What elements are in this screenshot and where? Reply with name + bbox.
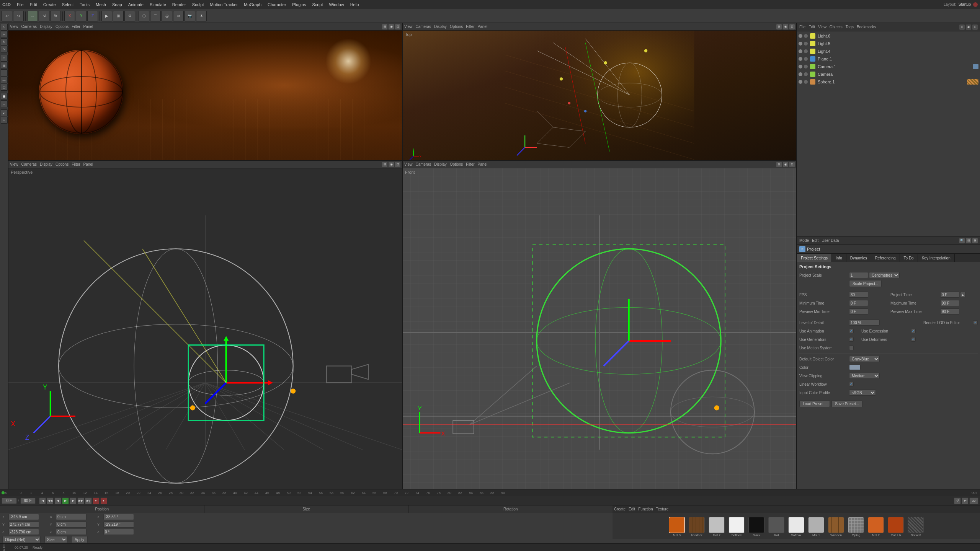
prev-max-input[interactable]	[940, 308, 959, 315]
vp-menu-options[interactable]: Options	[56, 24, 69, 29]
obj-item-camera-1[interactable]: Camera.1	[797, 63, 980, 70]
render-settings[interactable]: ⚙	[124, 11, 135, 21]
menu-item-mograph[interactable]: MoGraph	[242, 2, 263, 8]
menu-item-help[interactable]: Help	[349, 2, 361, 8]
project-scale-unit[interactable]: Centimetres Metres Millimetres	[869, 272, 900, 278]
render-lod-checkbox[interactable]	[973, 320, 978, 325]
obj-vis-1[interactable]	[799, 80, 802, 84]
linear-checkbox[interactable]	[849, 382, 854, 386]
material-item-softbox[interactable]: Softbox	[787, 517, 805, 537]
om-file[interactable]: File	[799, 25, 805, 29]
clip-dropdown[interactable]: Medium Small Large	[849, 373, 880, 379]
attr-icon-2[interactable]: ⊡	[966, 238, 971, 243]
menu-item-edit[interactable]: Edit	[28, 2, 39, 8]
move-tool-l[interactable]: ✛	[1, 31, 8, 38]
top-vp-icon-1[interactable]: ⊞	[776, 24, 782, 29]
psr-object-rel[interactable]: Object (Rel) World Local	[2, 536, 41, 543]
project-scale-input[interactable]	[849, 272, 868, 278]
project-time-input[interactable]	[940, 292, 959, 298]
menu-item-tools[interactable]: Tools	[78, 2, 91, 8]
persp-icon-2[interactable]: ◉	[389, 162, 394, 167]
menu-item-select[interactable]: Select	[60, 2, 75, 8]
render-region[interactable]: ⊞	[113, 11, 124, 21]
material-item-mat-1[interactable]: Mat.1	[807, 517, 825, 537]
obj-vis-2[interactable]	[804, 57, 808, 61]
play-btn[interactable]: ▶	[62, 497, 69, 504]
texture-mode[interactable]: ▦	[1, 62, 8, 69]
om-icon-3[interactable]: ⊡	[972, 24, 978, 30]
obj-vis-2[interactable]	[804, 49, 808, 53]
load-preset-btn[interactable]: Load Preset...	[799, 400, 830, 407]
menu-item-snap[interactable]: Snap	[111, 2, 124, 8]
obj-tag[interactable]	[973, 64, 978, 69]
paint-btn[interactable]: 🖌	[1, 109, 8, 116]
obj-vis-1[interactable]	[799, 42, 802, 46]
menu-item-character[interactable]: Character	[266, 2, 287, 8]
attr-user-data[interactable]: User Data	[822, 238, 839, 243]
go-start-btn[interactable]: |◀	[39, 497, 46, 504]
obj-item-plane-1[interactable]: Plane.1	[797, 55, 980, 63]
persp-filter[interactable]: Filter	[72, 162, 80, 166]
material-item-mat[interactable]: Mat	[767, 517, 786, 537]
use-expr-checkbox[interactable]	[911, 329, 916, 333]
min-time-input[interactable]	[849, 300, 868, 306]
lod-input[interactable]	[849, 320, 880, 326]
material-item-mat-2[interactable]: Mat.2	[867, 517, 885, 537]
front-icon-2[interactable]: ◉	[783, 162, 788, 167]
obj-vis-1[interactable]	[799, 72, 802, 76]
obj-vis-2[interactable]	[804, 42, 808, 46]
scale-tool[interactable]: ⇲	[39, 11, 49, 21]
spline-btn[interactable]: ⌒	[150, 11, 161, 21]
obj-material-tag[interactable]	[967, 79, 978, 85]
loop-btn[interactable]: ↺	[954, 497, 961, 504]
menu-item-create[interactable]: Create	[42, 2, 57, 8]
obj-item-light-6[interactable]: Light.6	[797, 32, 980, 40]
knife-btn[interactable]: ✂	[1, 117, 8, 124]
obj-item-light-5[interactable]: Light.5	[797, 40, 980, 47]
persp-options[interactable]: Options	[56, 162, 69, 166]
front-icon-1[interactable]: ⊞	[776, 162, 782, 167]
material-item-mat-2-b[interactable]: Mat.2 b	[887, 517, 905, 537]
persp-panel[interactable]: Panel	[83, 162, 93, 166]
obj-vis-1[interactable]	[799, 65, 802, 68]
rotate-tool-l[interactable]: ↻	[1, 38, 8, 45]
top-viewport[interactable]: View Cameras Display Options Filter Pane…	[402, 23, 796, 160]
material-item-piping[interactable]: Piping	[847, 517, 865, 537]
obj-vis-2[interactable]	[804, 80, 808, 84]
use-motion-checkbox[interactable]	[849, 346, 854, 350]
attr-tab-dynamics[interactable]: Dynamics	[846, 254, 871, 262]
psr-z-pos[interactable]	[8, 529, 39, 535]
select-tool[interactable]: ↖	[1, 24, 8, 31]
obj-vis-2[interactable]	[804, 65, 808, 68]
nurbs-btn[interactable]: ◎	[162, 11, 172, 21]
psr-y-size[interactable]	[56, 522, 87, 528]
attr-tab-info[interactable]: Info	[832, 254, 846, 262]
z-axis[interactable]: Z	[87, 11, 98, 21]
mat-texture[interactable]: Texture	[656, 507, 669, 511]
front-options[interactable]: Options	[450, 162, 463, 166]
go-end-btn[interactable]: ▶|	[85, 497, 92, 504]
obj-vis-2[interactable]	[804, 34, 808, 38]
attr-edit[interactable]: Edit	[812, 238, 818, 243]
poly-mode[interactable]: ▢	[1, 84, 8, 91]
attr-mode[interactable]: Mode	[799, 238, 809, 243]
mat-create[interactable]: Create	[614, 507, 626, 511]
psr-size-dropdown[interactable]: Size Scale	[44, 536, 67, 543]
top-vp-panel[interactable]: Panel	[478, 24, 488, 29]
material-item-wooden[interactable]: Wooden	[827, 517, 845, 537]
persp-view[interactable]: View	[10, 162, 18, 166]
attr-icon-1[interactable]: 🔍	[959, 238, 965, 243]
prev-min-input[interactable]	[849, 308, 868, 315]
end-frame-input[interactable]	[20, 498, 36, 504]
psr-y-rot[interactable]	[103, 522, 134, 528]
psr-x-size[interactable]	[56, 514, 87, 520]
project-time-spin[interactable]: ▲	[960, 292, 965, 297]
ping-pong-btn[interactable]: ⇄	[962, 497, 969, 504]
floor-btn[interactable]: ⊥	[1, 100, 8, 107]
menu-item-script[interactable]: Script	[310, 2, 324, 8]
attr-tab-to-do[interactable]: To Do	[900, 254, 918, 262]
material-item-mat-2[interactable]: Mat.2	[707, 517, 726, 537]
x-axis[interactable]: X	[64, 11, 75, 21]
vp-menu-display[interactable]: Display	[40, 24, 52, 29]
obj-item-sphere-1[interactable]: Sphere.1	[797, 78, 980, 86]
